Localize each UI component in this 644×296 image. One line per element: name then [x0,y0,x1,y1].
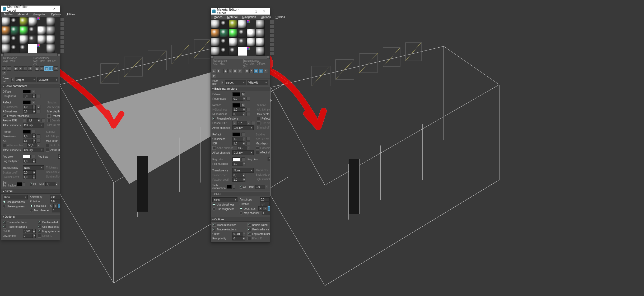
slot[interactable] [238,29,247,38]
slot[interactable] [256,38,265,47]
scatter-spinner[interactable]: 0,0▴▾ [23,170,36,175]
refract-gloss-spinner[interactable]: 1,0▴▾ [232,137,245,141]
rgloss-map[interactable] [246,112,250,116]
reflect-backside-check[interactable] [47,114,51,118]
fog-mult-spinner[interactable]: 1,0▴▾ [232,162,245,166]
abbe-check[interactable] [212,146,216,150]
menu-options[interactable]: Options [49,12,63,16]
slot[interactable] [19,26,28,35]
scatter-spinner[interactable]: 0,0▴▾ [232,173,245,177]
slot[interactable] [28,26,37,35]
pick-button[interactable]: ✎ [221,81,224,84]
make-unique-button[interactable]: ⎘ [28,66,32,71]
titlebar[interactable]: Material Editor - carpet — ▢ ✕ [211,8,270,15]
selfillum-mult-spinner[interactable]: 1,0▴▾ [45,182,58,186]
fog-map[interactable] [241,157,245,161]
dim-distance-check[interactable] [47,119,51,122]
close-button[interactable]: ✕ [50,6,58,12]
slot[interactable] [28,35,37,44]
titlebar[interactable]: Material Editor - carpet — ▢ ✕ [1,6,60,12]
slot[interactable] [19,35,28,44]
slot[interactable] [229,29,238,38]
diffuse-swatch[interactable] [232,92,240,96]
reflect-swatch[interactable] [232,103,240,107]
material-name-field[interactable]: carpet [225,80,246,85]
affect-channels-select[interactable]: Col..nly [232,125,254,130]
go-forward-button[interactable]: ↱ [212,74,216,78]
slot-selected[interactable] [28,44,37,53]
slot[interactable] [37,17,40,20]
preview-button[interactable] [270,43,274,47]
map-channel-radio[interactable] [30,209,33,212]
show-end-result-button[interactable]: || [49,66,53,71]
slot[interactable] [238,38,247,47]
selfillum-mult-spinner[interactable]: 1,0▴▾ [255,185,268,189]
diffuse-swatch[interactable] [23,90,31,93]
local-axis-radio[interactable] [30,204,33,207]
slot[interactable] [46,44,55,53]
slot[interactable] [37,26,46,35]
rollouts[interactable]: Basic parameters DiffuseM Roughness0,0▴▾… [211,86,270,242]
material-type-button[interactable]: VRayMtl [247,80,268,85]
rollout-header[interactable]: BRDF [1,189,60,194]
slot[interactable] [238,20,247,29]
rollouts[interactable]: Basic parameters DiffuseM Roughness0,0▴▾… [1,84,60,240]
fresnel-ior-map[interactable] [41,119,45,122]
rollout-header[interactable]: Basic parameters [1,84,60,88]
options-button[interactable] [270,47,274,51]
slot[interactable] [19,44,28,53]
fwdbck-spinner[interactable]: 1,0▴▾ [23,175,36,179]
put-to-scene-button[interactable]: ⬆ [217,69,221,73]
slot[interactable] [211,20,220,29]
slot[interactable] [28,17,37,26]
slot[interactable] [211,38,220,47]
show-end-result-button[interactable]: || [259,69,263,73]
menu-material[interactable]: Material [225,15,239,19]
rgloss-map[interactable] [37,110,40,113]
fresnel-ior-lock[interactable]: L [232,121,236,125]
options-button[interactable] [60,44,64,48]
slot[interactable] [229,47,238,56]
slot[interactable] [247,47,250,50]
trace-refl-check[interactable] [212,223,216,227]
affect-shadows-check[interactable] [46,148,49,152]
menu-navigation[interactable]: Navigation [240,15,258,19]
menu-material[interactable]: Material [16,12,30,16]
affect-channels-refract-select[interactable]: Col..nly [23,148,44,152]
material-id-button[interactable]: 0 [249,69,254,73]
fog-bias-spinner[interactable]: 0,0▴▾ [58,154,60,159]
sample-type-button[interactable] [60,17,64,21]
slot[interactable] [37,35,46,44]
make-copy-button[interactable]: ⧉ [233,69,237,73]
gi-check[interactable] [30,183,32,186]
slot[interactable] [211,47,220,56]
fog-color-swatch[interactable] [232,157,240,161]
fresnel-check[interactable] [212,117,216,120]
rollout-header[interactable]: Options [1,214,60,219]
sample-slots-scrollbar[interactable] [211,56,270,59]
show-in-viewport-button[interactable]: ▦ [44,66,49,71]
fresnel-ior-map[interactable] [251,121,255,125]
use-gloss-radio[interactable] [3,200,6,203]
refract-map[interactable] [241,133,245,136]
slot[interactable] [256,29,265,38]
affect-shadows-check[interactable] [256,151,259,154]
fresnel-check[interactable] [3,114,6,118]
roughness-spinner[interactable]: 0,0▴▾ [232,97,245,101]
minimize-button[interactable]: — [243,8,251,14]
use-rough-radio[interactable] [212,207,216,211]
put-to-library-button[interactable]: ▥ [35,66,39,71]
hgloss-lock[interactable]: L [246,108,250,111]
map-channel-spinner[interactable]: 1▴▾ [262,211,270,215]
make-copy-button[interactable]: ⧉ [23,66,27,71]
aniso-spinner[interactable]: 0,0▴▾ [260,197,270,202]
effectid-check[interactable] [248,237,251,240]
reset-button[interactable]: ✕ [228,69,232,73]
doublesided-check[interactable] [38,221,41,224]
roughness-map-btn[interactable] [246,97,250,101]
fwdbck-spinner[interactable]: 1,0▴▾ [232,177,245,182]
fogunits-check[interactable] [248,232,251,236]
hgloss-spinner[interactable]: 1,0▴▾ [23,105,36,109]
rotation-spinner[interactable]: 0,0▴▾ [50,199,60,203]
reflect-map[interactable]: M [32,101,35,104]
